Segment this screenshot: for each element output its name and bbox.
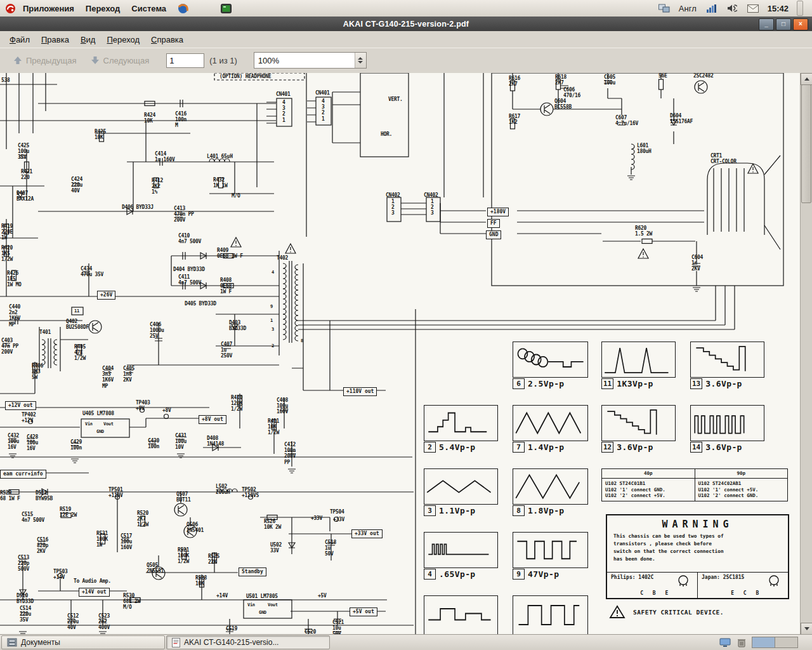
menu-go[interactable]: Переход	[101, 32, 145, 47]
component-label: U502 33V	[270, 542, 282, 554]
workspace-1[interactable]	[752, 637, 775, 647]
component-label: Q506 2N5401	[187, 522, 204, 533]
component-label: 2SC2482	[693, 73, 714, 79]
panel-hide-button[interactable]	[797, 1, 803, 16]
menu-help[interactable]: Справка	[145, 32, 189, 47]
window-titlebar[interactable]: AKAI CT-G140-215-version-2.pdf _ □ ×	[0, 17, 812, 32]
trash-icon[interactable]	[735, 636, 748, 649]
component-label: 4 3 2 1	[322, 98, 325, 122]
component-label: C518 1u 50V	[325, 540, 336, 557]
next-page-button[interactable]: Следующая	[84, 52, 157, 69]
terminal-icon[interactable]	[219, 2, 232, 15]
menu-edit[interactable]: Правка	[36, 32, 75, 47]
component-label: C606 470/16	[563, 87, 580, 98]
component-label: C512 220u 40V	[67, 613, 79, 631]
component-label: TP502 +110VS	[242, 487, 259, 498]
component-label: C513 220p 500V	[18, 555, 29, 573]
component-label: C604 1n 2KV	[691, 255, 703, 272]
component-label: 1 2 3	[431, 199, 434, 216]
ic-option-table: 40p 90p U102 ST24C01B1 U102 '1' connect …	[601, 468, 788, 501]
component-label: R531 100K 1W	[96, 531, 108, 548]
zoom-spinner[interactable]	[355, 53, 366, 68]
places-menu[interactable]: Переход	[81, 2, 126, 15]
vertical-scrollbar[interactable]	[800, 73, 812, 635]
system-monitor-icon[interactable]	[705, 2, 717, 15]
network-icon[interactable]	[658, 2, 671, 15]
component-label: C514 220u 35V	[20, 606, 31, 623]
waveform-box	[601, 342, 676, 378]
applications-menu[interactable]: Приложения	[18, 2, 79, 15]
volume-icon[interactable]	[726, 2, 738, 15]
component-label: R406 3K3 5W	[32, 363, 43, 381]
page-number-input[interactable]	[166, 53, 204, 68]
scroll-down-button[interactable]	[801, 623, 812, 635]
waveform-box	[513, 405, 588, 441]
component-label: C416 100n M	[175, 111, 187, 129]
menu-file[interactable]: Файл	[4, 32, 36, 47]
workspace-switcher[interactable]	[752, 637, 798, 648]
transistor-pinout-icon	[676, 575, 691, 588]
scroll-up-button[interactable]	[801, 73, 812, 85]
component-label: D407 BAX12A	[16, 190, 34, 202]
signal-flag-label: +26V	[97, 291, 115, 300]
component-label: U405 LM7808	[82, 411, 114, 416]
taskbar-tray	[719, 636, 806, 649]
component-label: CN402	[424, 192, 438, 198]
keyboard-layout-indicator[interactable]: Англ	[679, 4, 697, 13]
waveform-label: 123.6Vp-p	[601, 442, 653, 453]
system-menu[interactable]: Система	[126, 2, 171, 15]
menubar: Файл Правка Вид Переход Справка	[0, 31, 812, 48]
clock[interactable]: 15:42	[768, 4, 789, 13]
close-button[interactable]: ×	[793, 18, 808, 30]
component-label: C411 4n7 500V	[178, 274, 201, 286]
component-label: 11	[74, 308, 79, 314]
task-button-documents[interactable]: Документы	[1, 635, 165, 649]
waveform-label: 81.8Vp-p	[513, 505, 565, 516]
waveform-box	[601, 405, 676, 441]
component-label: Vout	[268, 602, 278, 607]
component-label: 1 2 3	[391, 199, 395, 216]
workspace-2[interactable]	[775, 637, 797, 647]
component-label: M/O	[232, 193, 240, 199]
component-label: R526 10K 2W	[264, 519, 281, 530]
signal-flag-label: +33V out	[351, 529, 383, 538]
mail-icon[interactable]	[747, 2, 759, 15]
waveform-label: 111K3Vp-p	[601, 378, 653, 389]
component-label: R529 68 1W F	[0, 490, 20, 501]
component-label: C405 1n8 2KV	[123, 366, 134, 383]
component-label: VERT.	[388, 96, 403, 102]
distro-logo-icon[interactable]	[4, 2, 16, 15]
menu-view[interactable]: Вид	[75, 32, 102, 47]
browser-icon[interactable]	[176, 2, 189, 15]
component-label: T401	[39, 329, 51, 335]
component-label: 2	[272, 343, 274, 348]
display-settings-icon[interactable]	[719, 636, 731, 649]
component-label: 3	[272, 327, 274, 332]
component-label: CN401	[315, 90, 330, 96]
component-label: C430 100n	[148, 438, 159, 449]
task-button-pdf[interactable]: AKAI CT-G140-215-versio...	[166, 635, 330, 649]
component-label: R412 2K2 1%	[152, 178, 163, 196]
component-label: To Audio Amp.	[74, 578, 111, 584]
waveform-box	[513, 468, 588, 505]
component-label: R409 0E68 1W F	[217, 248, 243, 259]
maximize-button[interactable]: □	[776, 18, 791, 30]
minimize-button[interactable]: _	[759, 18, 774, 30]
component-label: CN402	[386, 192, 400, 198]
component-label: TP503 +14V	[53, 569, 68, 580]
component-label: R618 2K7	[555, 74, 566, 86]
component-label: R528 10K	[195, 575, 207, 587]
signal-flag-label: +110V out	[343, 387, 377, 396]
scrollbar-thumb[interactable]	[801, 84, 811, 203]
waveform-label: 133.6Vp-p	[690, 378, 742, 389]
component-label: 9	[270, 304, 273, 309]
previous-page-button[interactable]: Предыдущая	[6, 52, 84, 69]
component-label: C605 100u	[604, 74, 615, 86]
component-label: C515 4n7 500V	[22, 512, 44, 523]
waveform-box	[513, 532, 588, 568]
waveform-label: 71.4Vp-p	[513, 442, 565, 453]
zoom-combobox[interactable]: 100%	[254, 52, 367, 69]
waveform-label: 62.5Vp-p	[513, 378, 565, 389]
component-label: C424 220u 40V	[71, 176, 82, 194]
page-count-label: (1 из 1)	[209, 56, 237, 65]
